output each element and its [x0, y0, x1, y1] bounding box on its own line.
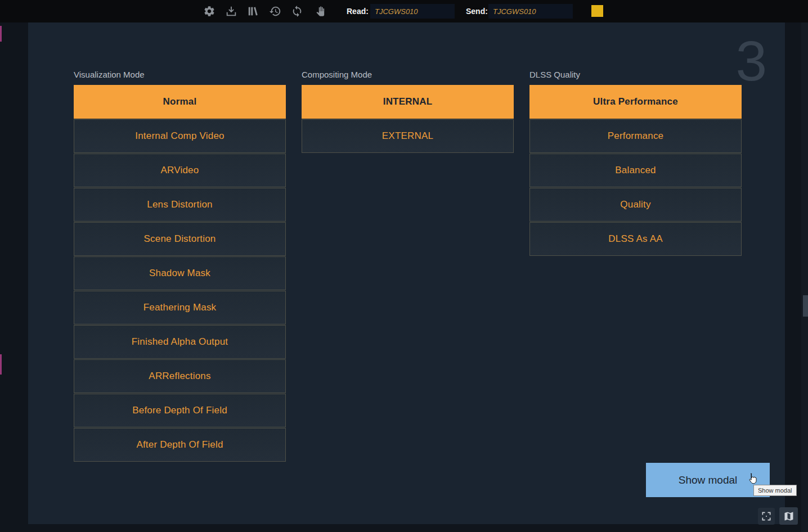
fullscreen-icon[interactable]	[758, 508, 775, 525]
option-button-scene-distortion[interactable]: Scene Distortion	[74, 222, 286, 256]
option-button-ultra-performance[interactable]: Ultra Performance	[529, 85, 742, 119]
option-button-lens-distortion[interactable]: Lens Distortion	[74, 188, 286, 222]
visualization-mode-group: Visualization ModeNormalInternal Comp Vi…	[74, 70, 286, 462]
scrollbar-thumb[interactable]	[803, 295, 808, 317]
option-button-normal[interactable]: Normal	[74, 85, 286, 119]
option-button-shadow-mask[interactable]: Shadow Mask	[74, 256, 286, 290]
hand-icon[interactable]	[312, 5, 325, 18]
column-label: DLSS Quality	[529, 70, 742, 80]
left-edge-artifact	[0, 354, 2, 375]
send-label: Send:	[466, 7, 488, 16]
option-button-before-depth-of-field[interactable]: Before Depth Of Field	[74, 394, 286, 427]
show-modal-tooltip: Show modal	[753, 485, 797, 496]
top-toolbar: Read: Send:	[0, 0, 808, 22]
import-icon[interactable]	[225, 5, 237, 18]
option-button-dlss-as-aa[interactable]: DLSS As AA	[529, 222, 742, 256]
option-button-balanced[interactable]: Balanced	[529, 154, 742, 187]
option-button-arreflections[interactable]: ARReflections	[74, 359, 286, 393]
option-button-internal[interactable]: INTERNAL	[302, 85, 514, 119]
show-modal-button[interactable]: Show modal	[646, 463, 770, 497]
compositing-mode-group: Compositing ModeINTERNALEXTERNAL	[302, 70, 514, 154]
right-scrollbar-track	[801, 22, 808, 532]
main-panel: 3 Visualization ModeNormalInternal Comp …	[28, 22, 785, 524]
send-input[interactable]	[488, 4, 573, 19]
toolbar-icon-group	[203, 0, 325, 22]
option-button-feathering-mask[interactable]: Feathering Mask	[74, 291, 286, 324]
history-icon[interactable]	[268, 5, 281, 18]
option-button-external[interactable]: EXTERNAL	[302, 119, 514, 153]
sync-icon[interactable]	[290, 5, 303, 18]
option-button-quality[interactable]: Quality	[529, 188, 742, 222]
option-button-finished-alpha-output[interactable]: Finished Alpha Output	[74, 325, 286, 359]
status-indicator	[591, 5, 603, 17]
option-button-after-depth-of-field[interactable]: After Depth Of Field	[74, 428, 286, 462]
library-icon[interactable]	[246, 5, 259, 18]
option-button-arvideo[interactable]: ARVideo	[74, 154, 286, 187]
column-label: Visualization Mode	[74, 70, 286, 80]
option-button-internal-comp-video[interactable]: Internal Comp Video	[74, 119, 286, 153]
map-icon[interactable]	[779, 507, 798, 525]
column-label: Compositing Mode	[302, 70, 514, 80]
settings-icon[interactable]	[203, 5, 216, 18]
option-button-performance[interactable]: Performance	[529, 119, 742, 153]
read-label: Read:	[347, 7, 369, 16]
read-input[interactable]	[370, 4, 455, 19]
dlss-quality-group: DLSS QualityUltra PerformancePerformance…	[529, 70, 742, 256]
left-edge-artifact	[0, 26, 2, 42]
